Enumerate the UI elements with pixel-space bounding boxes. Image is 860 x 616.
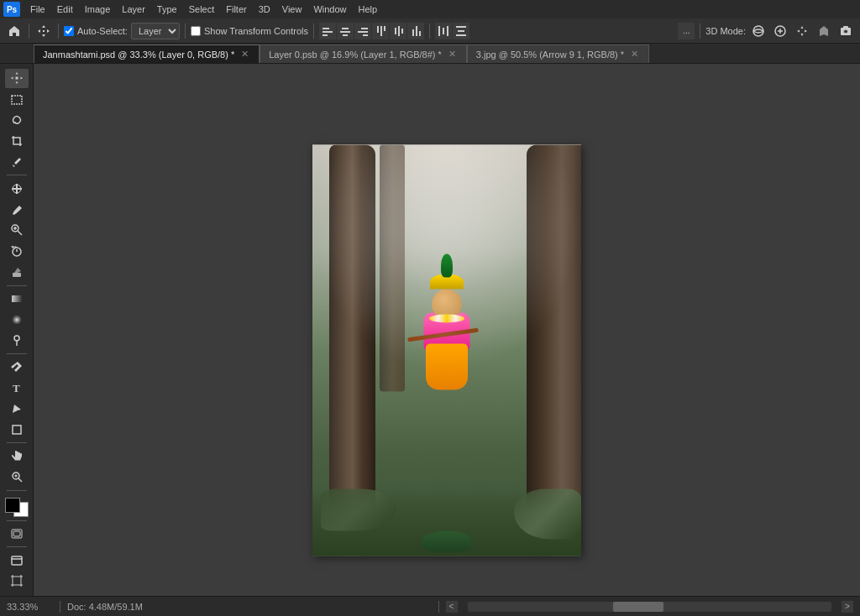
menu-filter[interactable]: Filter [221, 3, 251, 16]
history-tool[interactable] [5, 242, 29, 261]
svg-point-27 [844, 29, 848, 34]
hand-tool[interactable] [5, 446, 29, 466]
3d-slide-icon[interactable] [815, 22, 833, 40]
crop-tool[interactable] [5, 132, 29, 151]
menu-view[interactable]: View [277, 3, 307, 16]
tool-sep-4 [7, 442, 27, 443]
clone-tool[interactable] [5, 221, 29, 240]
scroll-prev-btn[interactable]: < [446, 601, 458, 613]
menu-help[interactable]: Help [354, 3, 383, 16]
3d-roll-icon[interactable] [771, 22, 789, 40]
home-icon[interactable] [5, 22, 24, 40]
svg-rect-15 [412, 29, 414, 36]
3d-camera-icon[interactable] [836, 22, 855, 40]
menu-image[interactable]: Image [80, 3, 116, 16]
svg-rect-10 [380, 26, 382, 36]
gradient-tool[interactable] [5, 289, 29, 308]
svg-rect-16 [416, 26, 417, 36]
path-selection-tool[interactable] [5, 399, 29, 419]
pen-tool[interactable] [5, 358, 29, 377]
svg-rect-29 [12, 96, 22, 104]
eraser-tool[interactable] [5, 263, 29, 282]
svg-rect-18 [438, 26, 440, 36]
align-buttons [319, 23, 424, 39]
tab-layer0[interactable]: Layer 0.psb @ 16.9% (Layer 1, RGB/8#) * … [260, 44, 467, 63]
svg-rect-7 [358, 31, 368, 33]
text-tool[interactable]: T [5, 378, 29, 398]
toolbar-sep-5 [429, 23, 430, 39]
svg-rect-1 [322, 31, 333, 33]
menu-bar: Ps File Edit Image Layer Type Select Fil… [0, 0, 860, 18]
svg-rect-40 [13, 425, 21, 434]
scroll-track[interactable] [468, 602, 832, 612]
screen-mode-tool[interactable] [5, 551, 29, 570]
menu-edit[interactable]: Edit [52, 3, 78, 16]
auto-select-checkbox[interactable] [64, 26, 74, 36]
menu-select[interactable]: Select [184, 3, 220, 16]
toolbar-sep-2 [58, 23, 59, 39]
3d-pan-icon[interactable] [793, 22, 811, 40]
3d-orbit-icon[interactable] [749, 22, 768, 40]
artboard-tool[interactable] [5, 572, 29, 591]
lasso-tool[interactable] [5, 111, 29, 130]
menu-3d[interactable]: 3D [254, 3, 275, 16]
tabs-bar: Janmashtami.psd @ 33.3% (Layer 0, RGB/8)… [0, 44, 860, 64]
tab-janmashtami[interactable]: Janmashtami.psd @ 33.3% (Layer 0, RGB/8)… [34, 44, 260, 63]
more-options: ... [678, 23, 695, 39]
scroll-next-btn[interactable]: > [842, 601, 853, 613]
quick-mask-tool[interactable] [5, 524, 29, 543]
selection-tool[interactable] [5, 90, 29, 109]
svg-rect-21 [456, 26, 466, 28]
align-right-btn[interactable] [354, 23, 371, 39]
scroll-thumb[interactable] [613, 602, 663, 612]
canvas-container [312, 145, 581, 556]
svg-rect-14 [401, 29, 403, 34]
align-center-btn[interactable] [337, 23, 354, 39]
shape-tool[interactable] [5, 420, 29, 439]
transform-controls-group: Show Transform Controls [191, 26, 308, 36]
menu-layer[interactable]: Layer [117, 3, 150, 16]
tab-close-3jpg[interactable]: ✕ [629, 49, 640, 60]
tab-label-3jpg: 3.jpg @ 50.5% (Arrow 9 1, RGB/8) * [476, 50, 624, 60]
svg-rect-44 [12, 556, 22, 565]
menu-window[interactable]: Window [308, 3, 351, 16]
healing-tool[interactable] [5, 179, 29, 198]
svg-point-24 [753, 26, 763, 36]
toolbar-sep-4 [313, 23, 314, 39]
krishna-figure [401, 289, 493, 457]
distribute-v-btn[interactable] [453, 23, 469, 39]
tab-close-layer0[interactable]: ✕ [447, 49, 458, 60]
align-top-btn[interactable] [372, 23, 389, 39]
svg-rect-34 [12, 295, 22, 302]
canvas-document[interactable] [312, 145, 581, 556]
brush-tool[interactable] [5, 200, 29, 219]
svg-rect-43 [13, 531, 20, 536]
color-swatches[interactable] [5, 498, 29, 517]
distribute-h-btn[interactable] [435, 23, 452, 39]
move-tool[interactable] [5, 69, 29, 88]
align-bottom-btn[interactable] [407, 23, 424, 39]
more-btn[interactable]: ... [678, 23, 695, 39]
menu-file[interactable]: File [25, 3, 50, 16]
zoom-tool[interactable] [5, 467, 29, 487]
foreground-color-swatch[interactable] [5, 498, 20, 513]
tool-sep-3 [7, 353, 27, 354]
toolbar-sep-6 [700, 23, 700, 39]
status-bar: 33.33% Doc: 4.48M/59.1M < > [0, 596, 860, 616]
canvas-area[interactable] [34, 64, 860, 596]
svg-rect-9 [377, 26, 379, 33]
svg-point-37 [15, 318, 18, 321]
transform-checkbox[interactable] [191, 26, 201, 36]
move-icon[interactable] [34, 22, 53, 40]
svg-rect-22 [458, 30, 464, 32]
blur-tool[interactable] [5, 310, 29, 329]
layer-dropdown[interactable]: Layer [131, 23, 180, 39]
auto-select-group: Auto-Select: Layer [64, 23, 180, 39]
tab-3jpg[interactable]: 3.jpg @ 50.5% (Arrow 9 1, RGB/8) * ✕ [467, 44, 649, 63]
menu-type[interactable]: Type [152, 3, 182, 16]
align-left-btn[interactable] [319, 23, 336, 39]
tab-close-janmashtami[interactable]: ✕ [239, 49, 250, 60]
eyedropper-tool[interactable] [5, 153, 29, 172]
align-middle-btn[interactable] [390, 23, 406, 39]
dodge-tool[interactable] [5, 331, 29, 350]
